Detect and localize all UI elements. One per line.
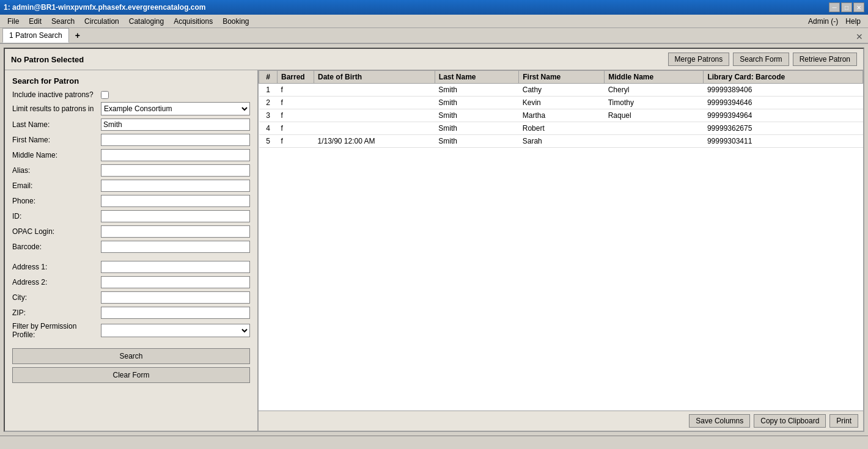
title-bar-text: 1: admin@BR1-winxpvmfx.phasefx.evergreen… bbox=[4, 3, 205, 12]
cell-lastname: Smith bbox=[435, 109, 518, 122]
id-label: ID: bbox=[12, 212, 101, 221]
results-table: # Barred Date of Birth Last Name First N… bbox=[259, 70, 863, 148]
phone-input[interactable] bbox=[101, 195, 250, 207]
save-columns-button[interactable]: Save Columns bbox=[689, 414, 750, 428]
address1-label: Address 1: bbox=[12, 263, 101, 271]
cell-barred: f bbox=[278, 109, 314, 122]
cell-num: 2 bbox=[259, 97, 278, 109]
cell-barred: f bbox=[278, 97, 314, 109]
inner-frame: No Patron Selected Merge Patrons Search … bbox=[4, 48, 864, 432]
menu-edit[interactable]: Edit bbox=[24, 16, 46, 27]
filter-row: Filter by Permission Profile: bbox=[12, 322, 250, 339]
maximize-button[interactable]: □ bbox=[841, 2, 852, 12]
cell-barred: f bbox=[278, 135, 314, 148]
tab-add-button[interactable]: + bbox=[70, 28, 85, 43]
table-header-row: # Barred Date of Birth Last Name First N… bbox=[259, 71, 863, 84]
opac-login-input[interactable] bbox=[101, 225, 250, 238]
menu-right: Admin (-) Help bbox=[808, 17, 866, 26]
merge-patrons-button[interactable]: Merge Patrons bbox=[668, 53, 730, 66]
search-panel: Search for Patron Include inactive patro… bbox=[5, 70, 259, 431]
minimize-button[interactable]: ─ bbox=[829, 2, 840, 12]
city-label: City: bbox=[12, 293, 101, 302]
cell-firstname: Cathy bbox=[519, 84, 605, 97]
email-row: Email: bbox=[12, 180, 250, 192]
cell-lastname: Smith bbox=[435, 84, 518, 97]
zip-input[interactable] bbox=[101, 307, 250, 319]
cell-firstname: Kevin bbox=[519, 97, 605, 109]
table-row[interactable]: 1 f Smith Cathy Cheryl 99999389406 bbox=[259, 84, 863, 97]
table-row[interactable]: 4 f Smith Robert 99999362675 bbox=[259, 122, 863, 135]
address1-input[interactable] bbox=[101, 261, 250, 273]
table-row[interactable]: 5 f 1/13/90 12:00 AM Smith Sarah 9999930… bbox=[259, 135, 863, 148]
search-button[interactable]: Search bbox=[12, 348, 250, 364]
last-name-row: Last Name: bbox=[12, 119, 250, 131]
cell-barcode: 99999394646 bbox=[704, 97, 863, 109]
bottom-bar: Save Columns Copy to Clipboard Print bbox=[259, 411, 863, 431]
email-input[interactable] bbox=[101, 180, 250, 192]
cell-lastname: Smith bbox=[435, 97, 518, 109]
cell-dob bbox=[314, 122, 435, 135]
tab-patron-search[interactable]: 1 Patron Search bbox=[2, 28, 69, 43]
menu-help[interactable]: Help bbox=[845, 17, 861, 26]
limit-results-select[interactable]: Example Consortium Branch 1 Branch 2 bbox=[101, 102, 250, 115]
alias-row: Alias: bbox=[12, 164, 250, 177]
cell-middlename bbox=[605, 122, 704, 135]
alias-label: Alias: bbox=[12, 166, 101, 175]
cell-barcode: 99999394964 bbox=[704, 109, 863, 122]
cell-middlename: Cheryl bbox=[605, 84, 704, 97]
id-input[interactable] bbox=[101, 210, 250, 222]
search-form-title: Search for Patron bbox=[12, 76, 250, 86]
tab-bar: 1 Patron Search + ✕ bbox=[0, 28, 868, 44]
table-row[interactable]: 3 f Smith Martha Raquel 99999394964 bbox=[259, 109, 863, 122]
zip-row: ZIP: bbox=[12, 307, 250, 319]
include-inactive-row: Include inactive patrons? bbox=[12, 90, 250, 99]
cell-lastname: Smith bbox=[435, 135, 518, 148]
first-name-input[interactable] bbox=[101, 134, 250, 146]
window-close-button[interactable]: ✕ bbox=[853, 2, 864, 12]
table-row[interactable]: 2 f Smith Kevin Timothy 99999394646 bbox=[259, 97, 863, 109]
opac-login-label: OPAC Login: bbox=[12, 227, 101, 236]
patron-status: No Patron Selected bbox=[11, 55, 84, 64]
cell-barred: f bbox=[278, 84, 314, 97]
middle-name-input[interactable] bbox=[101, 149, 250, 161]
city-input[interactable] bbox=[101, 291, 250, 304]
col-header-lastname: Last Name bbox=[435, 71, 518, 84]
include-inactive-checkbox[interactable] bbox=[101, 91, 109, 99]
status-bar bbox=[0, 436, 868, 449]
barcode-input[interactable] bbox=[101, 241, 250, 253]
cell-barcode: 99999303411 bbox=[704, 135, 863, 148]
alias-input[interactable] bbox=[101, 164, 250, 177]
filter-label: Filter by Permission Profile: bbox=[12, 322, 101, 339]
content-split: Search for Patron Include inactive patro… bbox=[5, 70, 863, 431]
title-bar: 1: admin@BR1-winxpvmfx.phasefx.evergreen… bbox=[0, 0, 868, 15]
filter-select[interactable] bbox=[101, 324, 250, 337]
menu-circulation[interactable]: Circulation bbox=[79, 16, 124, 27]
zip-label: ZIP: bbox=[12, 308, 101, 317]
address2-input[interactable] bbox=[101, 276, 250, 288]
first-name-label: First Name: bbox=[12, 136, 101, 144]
menu-cataloging[interactable]: Cataloging bbox=[124, 16, 169, 27]
retrieve-patron-button[interactable]: Retrieve Patron bbox=[793, 53, 857, 66]
main-content: No Patron Selected Merge Patrons Search … bbox=[0, 44, 868, 436]
clear-form-button[interactable]: Clear Form bbox=[12, 367, 250, 383]
col-header-firstname: First Name bbox=[519, 71, 605, 84]
last-name-label: Last Name: bbox=[12, 120, 101, 129]
menu-booking[interactable]: Booking bbox=[218, 16, 254, 27]
cell-barcode: 99999362675 bbox=[704, 122, 863, 135]
email-label: Email: bbox=[12, 181, 101, 190]
search-form-button[interactable]: Search Form bbox=[733, 53, 789, 66]
copy-clipboard-button[interactable]: Copy to Clipboard bbox=[754, 414, 826, 428]
tab-close-icon[interactable]: ✕ bbox=[856, 32, 863, 42]
city-row: City: bbox=[12, 291, 250, 304]
print-button[interactable]: Print bbox=[829, 414, 858, 428]
menu-acquisitions[interactable]: Acquisitions bbox=[169, 16, 218, 27]
middle-name-label: Middle Name: bbox=[12, 151, 101, 159]
address1-row: Address 1: bbox=[12, 261, 250, 273]
last-name-input[interactable] bbox=[101, 119, 250, 131]
menu-search[interactable]: Search bbox=[46, 16, 79, 27]
top-action-bar: No Patron Selected Merge Patrons Search … bbox=[5, 49, 863, 70]
include-inactive-label: Include inactive patrons? bbox=[12, 90, 101, 99]
cell-middlename: Raquel bbox=[605, 109, 704, 122]
menu-file[interactable]: File bbox=[2, 16, 24, 27]
menu-admin[interactable]: Admin (-) bbox=[808, 17, 838, 26]
